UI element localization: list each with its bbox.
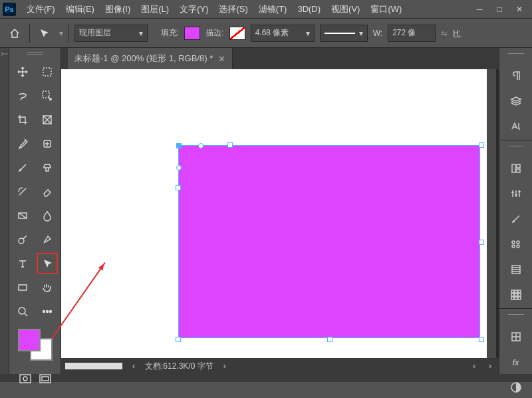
canvas[interactable] <box>61 69 496 358</box>
panel-grip[interactable] <box>508 146 524 151</box>
menu-window[interactable]: 窗口(W) <box>365 1 407 18</box>
svg-rect-28 <box>515 290 517 293</box>
tab-title: 未标题-1 @ 200% (矩形 1, RGB/8) * <box>74 53 213 65</box>
foreground-color[interactable] <box>18 329 41 351</box>
svg-rect-8 <box>19 285 27 290</box>
layer-mode-dropdown[interactable]: 现用图层 ▾ <box>74 25 148 42</box>
svg-rect-13 <box>20 375 31 383</box>
frame-tool[interactable] <box>37 109 58 130</box>
rectangle-shape[interactable] <box>178 145 480 338</box>
panel-grip[interactable] <box>508 314 524 319</box>
rectangle-tool[interactable] <box>12 277 33 298</box>
stroke-width-value: 4.68 像素 <box>255 27 289 39</box>
zoom-slider[interactable] <box>65 363 122 369</box>
quick-select-tool[interactable] <box>37 85 58 106</box>
svg-rect-2 <box>43 68 51 76</box>
svg-rect-31 <box>515 294 517 296</box>
hscroll-right[interactable]: › <box>485 361 495 371</box>
window-controls: ─ □ ✕ <box>469 3 529 16</box>
styles-panel-icon[interactable] <box>508 287 524 303</box>
gradient-tool[interactable] <box>12 205 33 226</box>
lasso-tool[interactable] <box>12 85 33 106</box>
status-bar: ‹ 文档:612.3K/0 字节 › ‹ › <box>61 358 499 374</box>
link-wh-icon[interactable]: ⇋ <box>441 29 448 38</box>
menu-3d[interactable]: 3D(D) <box>292 1 326 17</box>
move-tool[interactable] <box>12 61 33 83</box>
document-tab[interactable]: 未标题-1 @ 200% (矩形 1, RGB/8) * ✕ <box>68 48 233 69</box>
hscroll-left[interactable]: ‹ <box>469 361 479 371</box>
shape-handle-ne[interactable] <box>479 142 484 148</box>
shape-control-point[interactable] <box>176 165 182 170</box>
home-button[interactable] <box>5 24 24 43</box>
stroke-style-dropdown[interactable]: ▾ <box>320 25 368 42</box>
clone-tool[interactable] <box>37 157 58 178</box>
menu-filter[interactable]: 滤镜(T) <box>253 1 293 18</box>
shape-handle-n[interactable] <box>227 142 233 148</box>
stroke-line-icon <box>325 33 355 34</box>
marquee-tool[interactable] <box>37 61 58 83</box>
menu-select[interactable]: 选择(S) <box>213 1 253 18</box>
svg-rect-36 <box>508 314 524 315</box>
hand-tool[interactable] <box>37 277 58 298</box>
channels-panel-icon[interactable] <box>508 329 524 345</box>
panel-grip[interactable] <box>508 53 524 59</box>
svg-point-24 <box>512 245 515 248</box>
quickmask-toggle[interactable] <box>17 371 34 386</box>
eraser-tool[interactable] <box>37 181 58 202</box>
swatches-panel-icon[interactable] <box>508 236 524 252</box>
crop-tool[interactable] <box>12 109 33 130</box>
menu-file[interactable]: 文件(F) <box>21 1 61 18</box>
vertical-scrollbar[interactable] <box>487 69 496 358</box>
more-tools[interactable] <box>37 301 58 322</box>
svg-rect-17 <box>508 53 524 54</box>
shape-anchor[interactable] <box>176 143 182 148</box>
collapsed-left-strip[interactable] <box>0 48 9 374</box>
properties-panel-icon[interactable] <box>508 262 524 278</box>
w-label: W: <box>373 29 382 38</box>
history-brush-tool[interactable] <box>12 181 33 202</box>
color-panel-icon[interactable] <box>508 379 524 395</box>
stroke-width-dropdown[interactable]: 4.68 像素 ▾ <box>251 25 315 42</box>
layers-panel-icon[interactable] <box>508 93 524 109</box>
tab-close-icon[interactable]: ✕ <box>218 54 225 64</box>
brush-panel-icon[interactable] <box>508 211 524 227</box>
fg-bg-colors[interactable] <box>18 329 53 361</box>
adjustments-panel-icon[interactable] <box>508 186 524 202</box>
heal-tool[interactable] <box>37 133 58 154</box>
zoom-tool[interactable] <box>12 301 33 322</box>
width-input[interactable] <box>388 25 436 42</box>
character-panel-icon[interactable] <box>508 118 524 134</box>
status-next[interactable]: › <box>220 361 229 371</box>
toolbox-grip[interactable] <box>12 52 58 59</box>
fill-swatch[interactable] <box>184 27 200 40</box>
close-button[interactable]: ✕ <box>509 3 529 16</box>
shape-handle-e[interactable] <box>479 240 484 245</box>
menu-layer[interactable]: 图层(L) <box>136 1 174 18</box>
paragraph-panel-icon[interactable] <box>508 68 524 84</box>
menu-type[interactable]: 文字(Y) <box>174 1 213 18</box>
stroke-swatch[interactable] <box>229 27 245 40</box>
brush-tool[interactable] <box>12 157 33 178</box>
shape-handle-s[interactable] <box>327 337 332 342</box>
shape-handle-se[interactable] <box>479 337 484 342</box>
minimize-button[interactable]: ─ <box>469 3 489 16</box>
status-prev[interactable]: ‹ <box>129 361 138 371</box>
pen-tool[interactable] <box>37 229 58 250</box>
path-select-tool[interactable] <box>37 253 58 274</box>
screenmode-toggle[interactable] <box>37 371 54 386</box>
menu-view[interactable]: 视图(V) <box>326 1 365 18</box>
type-tool[interactable] <box>12 253 33 274</box>
blur-tool[interactable] <box>37 205 58 226</box>
dodge-tool[interactable] <box>12 229 33 250</box>
tool-indicator-icon[interactable] <box>35 24 54 43</box>
document-area: 未标题-1 @ 200% (矩形 1, RGB/8) * ✕ ‹ <box>61 48 499 374</box>
fx-panel-icon[interactable]: fx <box>508 354 524 370</box>
shape-handle-nw[interactable] <box>176 185 181 190</box>
libraries-panel-icon[interactable] <box>508 160 524 176</box>
menu-edit[interactable]: 编辑(E) <box>61 1 100 18</box>
menu-image[interactable]: 图像(I) <box>100 1 136 18</box>
maximize-button[interactable]: □ <box>489 3 509 16</box>
shape-control-point[interactable] <box>198 143 203 148</box>
shape-handle-sw[interactable] <box>176 337 181 342</box>
eyedropper-tool[interactable] <box>12 133 33 154</box>
